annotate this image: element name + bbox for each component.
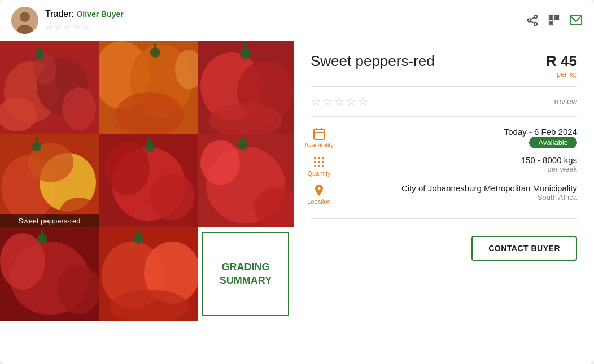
availability-values: Today - 6 Feb 2024 Available xyxy=(334,127,577,148)
svg-rect-36 xyxy=(154,44,156,54)
svg-point-82 xyxy=(318,161,320,163)
quantity-values: 150 - 8000 kgs per week xyxy=(334,155,577,173)
quantity-period: per week xyxy=(334,165,577,173)
rating-stars: ☆ ☆ ☆ ☆ ☆ xyxy=(45,21,124,32)
star-4[interactable]: ☆ xyxy=(72,21,80,32)
svg-rect-29 xyxy=(38,47,41,57)
svg-point-53 xyxy=(150,173,195,220)
star-5[interactable]: ☆ xyxy=(81,21,89,32)
product-detail: Sweet peppers-red R 45 per kg ☆ ☆ ☆ ☆ ☆ … xyxy=(294,41,594,364)
location-label: Location xyxy=(307,198,331,205)
svg-point-78 xyxy=(314,157,316,159)
svg-point-87 xyxy=(318,187,321,190)
image-grid: Sweet peppers-red xyxy=(0,41,294,364)
svg-point-27 xyxy=(62,87,96,130)
svg-rect-12 xyxy=(556,17,558,19)
star-1[interactable]: ☆ xyxy=(45,21,53,32)
review-star-4[interactable]: ☆ xyxy=(346,95,356,108)
svg-rect-74 xyxy=(314,129,324,139)
location-city: City of Johannesburg Metropolitan Munici… xyxy=(334,183,577,193)
svg-rect-13 xyxy=(551,23,552,24)
trader-name[interactable]: Oliver Buyer xyxy=(76,10,123,19)
contact-btn-row: CONTACT BUYER xyxy=(311,236,577,261)
star-2[interactable]: ☆ xyxy=(54,21,62,32)
qr-button[interactable] xyxy=(548,14,560,27)
trader-label: Trader: xyxy=(45,9,74,19)
grading-text: GRADING SUMMARY xyxy=(220,261,272,287)
location-country: South Africa xyxy=(334,193,577,201)
svg-point-81 xyxy=(314,161,316,163)
price-unit: per kg xyxy=(546,70,577,78)
svg-rect-11 xyxy=(551,17,552,19)
contact-buyer-button[interactable]: CONTACT BUYER xyxy=(471,236,577,261)
availability-label: Availability xyxy=(304,142,334,148)
divider-2 xyxy=(311,116,577,117)
svg-rect-55 xyxy=(148,137,151,148)
product-title: Sweet peppers-red xyxy=(311,52,435,70)
avatar xyxy=(11,7,38,34)
trader-info: Trader: Oliver Buyer ☆ ☆ ☆ ☆ ☆ xyxy=(45,9,124,32)
main-content: Sweet peppers-red xyxy=(0,41,594,364)
image-cell-8 xyxy=(99,227,198,321)
image-cell-5 xyxy=(99,134,198,227)
image-label: Sweet peppers-red xyxy=(0,214,99,227)
header: Trader: Oliver Buyer ☆ ☆ ☆ ☆ ☆ xyxy=(0,0,594,41)
review-star-1[interactable]: ☆ xyxy=(311,95,321,108)
availability-date: Today - 6 Feb 2024 xyxy=(334,127,577,137)
review-row: ☆ ☆ ☆ ☆ ☆ review xyxy=(311,95,577,108)
svg-point-52 xyxy=(104,141,150,195)
review-stars: ☆ ☆ ☆ ☆ ☆ xyxy=(311,95,368,108)
availability-icon: Availability xyxy=(311,127,327,148)
svg-point-83 xyxy=(322,161,324,163)
svg-line-6 xyxy=(531,21,534,23)
svg-rect-49 xyxy=(36,137,38,148)
location-values: City of Johannesburg Metropolitan Munici… xyxy=(334,183,577,201)
svg-rect-73 xyxy=(137,230,139,240)
image-cell-1 xyxy=(0,41,99,134)
svg-point-80 xyxy=(322,157,324,159)
svg-point-1 xyxy=(20,12,30,22)
divider-3 xyxy=(311,218,577,219)
svg-rect-42 xyxy=(244,44,247,55)
svg-rect-61 xyxy=(242,135,244,147)
header-icons xyxy=(526,14,583,27)
svg-line-7 xyxy=(531,17,534,20)
image-cell-4: Sweet peppers-red xyxy=(0,134,99,227)
svg-point-79 xyxy=(318,157,320,159)
quantity-range: 150 - 8000 kgs xyxy=(334,155,577,165)
availability-row: Availability Today - 6 Feb 2024 Availabl… xyxy=(311,127,577,148)
divider-1 xyxy=(311,86,577,87)
product-header: Sweet peppers-red R 45 per kg xyxy=(311,52,577,78)
availability-badge: Available xyxy=(529,137,577,148)
svg-point-58 xyxy=(200,140,240,185)
svg-point-84 xyxy=(314,165,316,167)
review-label: review xyxy=(554,97,577,106)
trader-label-row: Trader: Oliver Buyer xyxy=(45,9,124,19)
price-block: R 45 per kg xyxy=(546,52,577,78)
image-cell-7 xyxy=(0,227,99,321)
quantity-icon: Quantity xyxy=(311,155,327,177)
star-3[interactable]: ☆ xyxy=(63,21,71,32)
image-cell-3 xyxy=(198,41,294,134)
grading-summary-cell[interactable]: GRADING SUMMARY xyxy=(202,232,289,316)
review-star-5[interactable]: ☆ xyxy=(358,95,368,108)
email-button[interactable] xyxy=(569,14,583,27)
location-row: Location City of Johannesburg Metropolit… xyxy=(311,183,577,205)
image-cell-2 xyxy=(99,41,198,134)
svg-point-65 xyxy=(58,265,99,314)
share-button[interactable] xyxy=(526,14,539,27)
review-star-3[interactable]: ☆ xyxy=(334,95,344,108)
location-icon: Location xyxy=(311,183,327,205)
info-section: Availability Today - 6 Feb 2024 Availabl… xyxy=(311,127,577,205)
product-card: Trader: Oliver Buyer ☆ ☆ ☆ ☆ ☆ xyxy=(0,0,594,364)
svg-point-86 xyxy=(322,165,324,167)
svg-rect-67 xyxy=(41,230,43,241)
quantity-row: Quantity 150 - 8000 kgs per week xyxy=(311,155,577,177)
price-value: R 45 xyxy=(546,52,577,70)
svg-point-85 xyxy=(318,165,320,167)
image-cell-6 xyxy=(198,134,294,227)
review-star-2[interactable]: ☆ xyxy=(322,95,333,108)
quantity-label: Quantity xyxy=(308,170,331,177)
